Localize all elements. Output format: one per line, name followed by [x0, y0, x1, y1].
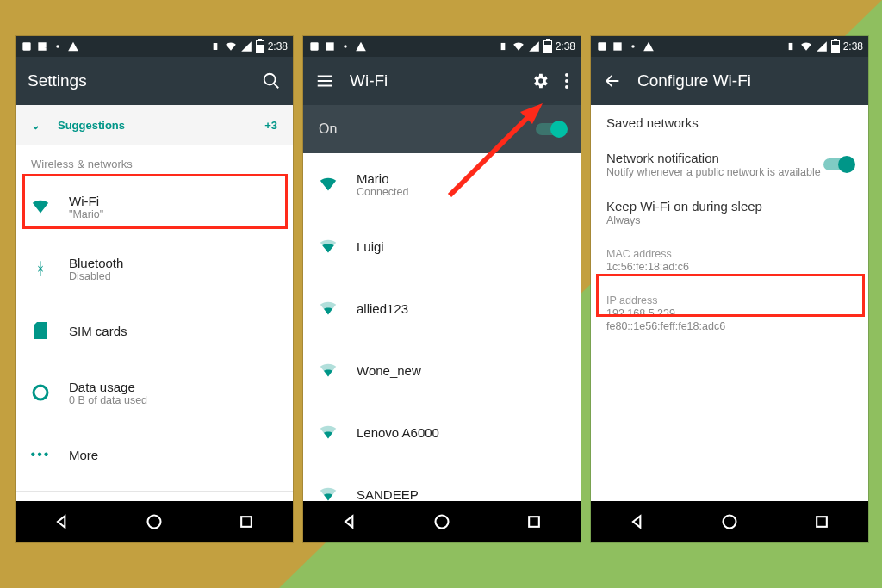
back-button[interactable] — [341, 513, 358, 530]
status-bar: 2:38 — [591, 36, 868, 57]
row-value: 1c:56:fe:18:ad:c6 — [606, 261, 853, 273]
vibrate-icon — [785, 40, 797, 53]
network-list: MarioConnected Luigi allied123 Wone_new … — [303, 153, 581, 501]
network-notification[interactable]: Network notificationNotify whenever a pu… — [591, 140, 868, 189]
network-status: Connected — [357, 186, 408, 198]
search-icon[interactable] — [262, 71, 281, 90]
page-title: Configure Wi-Fi — [637, 71, 856, 90]
page-title: Settings — [28, 71, 246, 90]
wifi-state-label: On — [319, 121, 337, 137]
wifi-icon — [319, 363, 338, 377]
network-name: Lenovo A6000 — [357, 425, 439, 440]
back-button[interactable] — [53, 513, 71, 530]
data-usage-icon — [31, 384, 50, 401]
home-button[interactable] — [146, 513, 163, 530]
wifi-toggle-row[interactable]: On — [303, 105, 581, 153]
gear-icon — [339, 40, 351, 53]
svg-rect-2 — [213, 43, 217, 50]
wifi-status-icon — [512, 40, 525, 53]
keep-wifi-on[interactable]: Keep Wi-Fi on during sleepAlways — [591, 189, 868, 237]
network-item[interactable]: allied123 — [303, 277, 581, 339]
overflow-menu-icon[interactable] — [565, 73, 568, 89]
wifi-icon — [319, 239, 338, 253]
wifi-status-icon — [800, 40, 812, 53]
svg-line-4 — [274, 84, 279, 89]
image-icon — [612, 40, 624, 53]
suggestions-count: +3 — [264, 119, 277, 132]
svg-point-11 — [435, 516, 448, 529]
row-sub: Notify whenever a public network is avai… — [606, 166, 821, 178]
svg-rect-7 — [241, 517, 252, 527]
category-extra: Extra Options — [16, 497, 293, 501]
row-label: Network notification — [606, 151, 821, 165]
home-button[interactable] — [721, 513, 738, 530]
warning-icon — [643, 40, 655, 53]
item-data-usage[interactable]: Data usage0 B of data used — [16, 362, 293, 424]
gear-icon[interactable] — [531, 71, 550, 90]
signal-icon — [528, 40, 540, 53]
wifi-switch[interactable] — [536, 123, 565, 135]
network-item[interactable]: MarioConnected — [303, 153, 581, 215]
svg-point-6 — [147, 516, 160, 529]
recent-button[interactable] — [238, 513, 255, 530]
item-label: SIM cards — [69, 324, 127, 338]
row-sub: Always — [606, 214, 853, 226]
wifi-status-icon — [225, 40, 237, 53]
home-button[interactable] — [433, 513, 450, 530]
item-bluetooth[interactable]: ᚼ BluetoothDisabled — [16, 238, 293, 300]
svg-rect-8 — [310, 42, 318, 50]
gear-icon — [52, 40, 64, 53]
wifi-icon — [319, 177, 338, 191]
back-arrow-icon[interactable] — [603, 71, 622, 90]
back-button[interactable] — [629, 513, 646, 530]
page-title: Wi-Fi — [350, 71, 515, 90]
item-more[interactable]: ••• More — [16, 424, 293, 486]
row-label: MAC address — [606, 248, 853, 260]
gear-icon — [627, 40, 639, 53]
network-item[interactable]: Wone_new — [303, 339, 581, 401]
mac-address: MAC address1c:56:fe:18:ad:c6 — [591, 237, 868, 283]
vibrate-icon — [209, 40, 221, 53]
wifi-icon — [319, 301, 338, 315]
row-label: Keep Wi-Fi on during sleep — [606, 199, 853, 214]
row-value: fe80::1e56:feff:fe18:adc6 — [606, 320, 853, 332]
suggestions-row[interactable]: ⌄ Suggestions +3 — [16, 105, 293, 145]
item-sub: "Mario" — [69, 208, 103, 220]
app-icon — [596, 40, 608, 53]
nav-bar — [303, 501, 581, 542]
item-label: Wi-Fi — [69, 194, 103, 208]
svg-point-5 — [34, 386, 47, 399]
network-name: Wone_new — [357, 363, 421, 378]
wifi-icon — [31, 200, 50, 214]
svg-rect-12 — [529, 517, 539, 527]
hamburger-icon[interactable] — [315, 71, 334, 90]
ip-address: IP address192.168.5.239fe80::1e56:feff:f… — [591, 283, 868, 343]
category-wireless: Wireless & networks — [16, 145, 293, 176]
recent-button[interactable] — [813, 513, 830, 530]
saved-networks[interactable]: Saved networks — [591, 105, 868, 140]
network-name: Luigi — [357, 239, 384, 254]
network-item[interactable]: Lenovo A6000 — [303, 401, 581, 463]
app-bar: Wi-Fi — [303, 57, 581, 105]
suggestions-label: Suggestions — [58, 119, 125, 132]
nav-bar — [16, 501, 293, 542]
wifi-icon — [319, 425, 338, 439]
more-icon: ••• — [31, 447, 50, 462]
app-bar: Settings — [16, 57, 293, 105]
item-sim[interactable]: SIM cards — [16, 300, 293, 362]
network-item[interactable]: SANDEEP — [303, 463, 581, 501]
notification-switch[interactable] — [823, 158, 853, 170]
signal-icon — [816, 40, 828, 53]
network-item[interactable]: Luigi — [303, 215, 581, 277]
svg-rect-17 — [788, 43, 792, 50]
battery-icon — [256, 40, 264, 53]
battery-icon — [543, 40, 552, 53]
svg-rect-0 — [22, 42, 30, 50]
network-name: allied123 — [357, 301, 408, 316]
recent-button[interactable] — [525, 513, 543, 530]
svg-point-1 — [56, 45, 59, 48]
clock: 2:38 — [556, 40, 575, 53]
phone-settings: 2:38 Settings ⌄ Suggestions +3 Wireless … — [16, 36, 293, 542]
item-wifi[interactable]: Wi-Fi"Mario" — [16, 176, 293, 238]
clock: 2:38 — [843, 40, 863, 53]
